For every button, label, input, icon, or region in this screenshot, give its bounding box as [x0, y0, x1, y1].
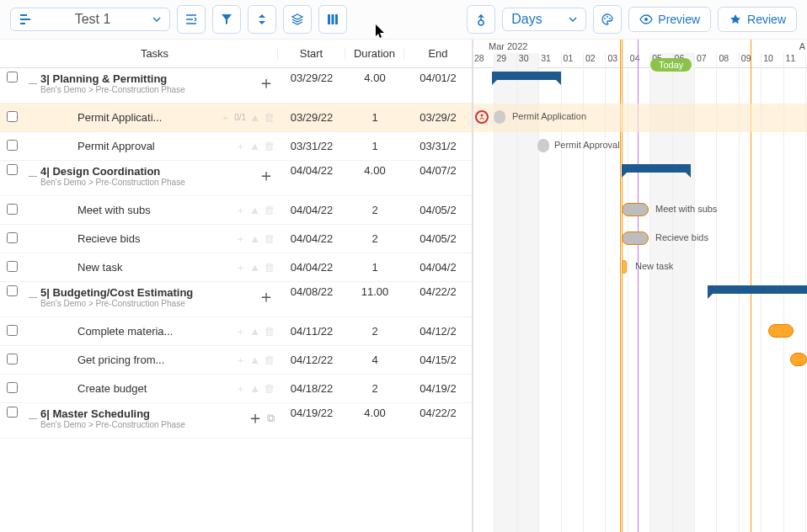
group-row[interactable]: —4| Design CoordinationBen's Demo > Pre-…	[0, 161, 472, 196]
add-button[interactable]: ＋	[235, 381, 246, 396]
copy-button[interactable]: ⧉	[267, 412, 275, 425]
end-cell[interactable]: 04/07/2	[404, 164, 472, 177]
delete-button[interactable]: 🗑	[264, 325, 275, 338]
milestone-icon[interactable]: ▲	[249, 140, 260, 152]
end-cell[interactable]: 04/15/2	[404, 354, 472, 366]
row-checkbox[interactable]	[7, 325, 18, 336]
collapse-toggle[interactable]: —	[29, 413, 37, 423]
duration-cell[interactable]: 2	[345, 325, 404, 338]
task-bar[interactable]	[790, 353, 807, 366]
review-button[interactable]: Review	[718, 7, 797, 32]
end-cell[interactable]: 04/04/2	[404, 261, 472, 274]
start-cell[interactable]: 04/18/22	[278, 382, 345, 395]
row-checkbox[interactable]	[7, 164, 18, 175]
milestone-icon[interactable]: ▲	[249, 111, 260, 124]
delete-button[interactable]: 🗑	[264, 354, 275, 366]
task-row[interactable]: Permit Applicati...＋0/1▲🗑03/29/22103/29/…	[0, 104, 472, 132]
add-subtask-button[interactable]: ＋	[258, 72, 275, 94]
duration-cell[interactable]: 4.00	[345, 164, 404, 177]
task-row[interactable]: Recieve bids＋▲🗑04/04/22204/05/2	[0, 225, 472, 253]
add-button[interactable]: ＋	[235, 139, 246, 154]
add-button[interactable]: ＋	[235, 231, 246, 247]
end-cell[interactable]: 04/01/2	[404, 72, 472, 84]
row-checkbox[interactable]	[7, 232, 18, 243]
task-bar[interactable]	[622, 260, 627, 274]
add-button[interactable]: ＋	[235, 324, 246, 339]
task-bar[interactable]	[537, 139, 549, 152]
end-cell[interactable]: 04/05/2	[404, 232, 472, 245]
end-cell[interactable]: 04/22/2	[404, 407, 472, 419]
task-row[interactable]: New task＋▲🗑04/04/22104/04/2	[0, 253, 472, 282]
milestone-icon[interactable]: ▲	[249, 325, 260, 338]
palette-button[interactable]	[593, 5, 622, 34]
delete-button[interactable]: 🗑	[264, 261, 275, 274]
duration-cell[interactable]: 1	[345, 140, 404, 152]
group-row[interactable]: —3| Planning & PermittingBen's Demo > Pr…	[0, 68, 472, 104]
task-bar[interactable]	[494, 110, 505, 124]
filter-button[interactable]	[212, 5, 241, 34]
milestone-icon[interactable]: ▲	[249, 204, 260, 216]
delete-button[interactable]: 🗑	[264, 382, 275, 395]
end-cell[interactable]: 04/19/2	[404, 382, 472, 395]
export-button[interactable]	[467, 5, 495, 34]
layers-button[interactable]	[283, 5, 312, 34]
end-cell[interactable]: 03/31/2	[404, 140, 472, 152]
add-button[interactable]: ＋	[235, 353, 246, 368]
col-start[interactable]: Start	[278, 47, 345, 60]
milestone-icon[interactable]: ▲	[249, 261, 260, 274]
columns-button[interactable]	[318, 5, 347, 34]
start-cell[interactable]: 04/08/22	[278, 285, 345, 298]
start-cell[interactable]: 04/04/22	[278, 232, 345, 245]
milestone-icon[interactable]: ▲	[249, 232, 260, 245]
preview-button[interactable]: Preview	[628, 7, 711, 32]
row-checkbox[interactable]	[7, 285, 18, 296]
row-checkbox[interactable]	[7, 382, 18, 393]
duration-cell[interactable]: 4	[345, 354, 404, 366]
start-cell[interactable]: 03/29/22	[278, 111, 345, 124]
col-duration[interactable]: Duration	[345, 47, 404, 60]
task-row[interactable]: Complete materia...＋▲🗑04/11/22204/12/2	[0, 317, 472, 346]
add-button[interactable]: ＋	[220, 110, 231, 125]
start-cell[interactable]: 03/29/22	[278, 72, 345, 84]
task-bar[interactable]	[622, 231, 649, 245]
add-subtask-button[interactable]: ＋	[258, 285, 275, 308]
row-checkbox[interactable]	[7, 111, 18, 122]
duration-cell[interactable]: 1	[345, 111, 404, 124]
gantt-chart[interactable]: Mar 2022 A 28293031010203040506070809101…	[473, 40, 807, 532]
task-bar[interactable]	[622, 203, 649, 216]
group-row[interactable]: —6| Master SchedulingBen's Demo > Pre-Co…	[0, 403, 472, 439]
indent-button[interactable]	[177, 5, 206, 34]
delete-button[interactable]: 🗑	[264, 232, 275, 245]
view-selector[interactable]: Test 1	[10, 8, 170, 31]
collapse-toggle[interactable]: —	[29, 171, 37, 180]
start-cell[interactable]: 04/12/22	[278, 354, 345, 366]
task-row[interactable]: Meet with subs＋▲🗑04/04/22204/05/2	[0, 196, 472, 225]
row-checkbox[interactable]	[7, 354, 18, 364]
duration-cell[interactable]: 11.00	[345, 285, 404, 298]
duration-cell[interactable]: 1	[345, 261, 404, 274]
end-cell[interactable]: 03/29/2	[404, 111, 472, 124]
milestone-icon[interactable]: ▲	[249, 354, 260, 366]
col-tasks[interactable]: Tasks	[25, 47, 278, 60]
duration-cell[interactable]: 2	[345, 204, 404, 216]
task-row[interactable]: Create budget＋▲🗑04/18/22204/19/2	[0, 375, 472, 403]
duration-cell[interactable]: 2	[345, 232, 404, 245]
alert-icon[interactable]	[475, 110, 489, 124]
row-checkbox[interactable]	[7, 140, 18, 151]
row-checkbox[interactable]	[7, 204, 18, 215]
milestone-icon[interactable]: ▲	[249, 382, 260, 395]
scale-selector[interactable]: Days	[502, 8, 586, 31]
start-cell[interactable]: 04/04/22	[278, 204, 345, 216]
start-cell[interactable]: 04/11/22	[278, 325, 345, 338]
start-cell[interactable]: 03/31/22	[278, 140, 345, 152]
sort-button[interactable]	[248, 5, 276, 34]
end-cell[interactable]: 04/12/2	[404, 325, 472, 338]
row-checkbox[interactable]	[7, 261, 18, 272]
task-bar[interactable]	[768, 324, 794, 338]
duration-cell[interactable]: 4.00	[345, 72, 404, 84]
row-checkbox[interactable]	[7, 72, 18, 82]
collapse-toggle[interactable]: —	[29, 292, 37, 301]
add-subtask-button[interactable]: ＋	[247, 407, 264, 429]
collapse-toggle[interactable]: —	[29, 78, 37, 88]
task-row[interactable]: Get pricing from...＋▲🗑04/12/22404/15/2	[0, 346, 472, 375]
